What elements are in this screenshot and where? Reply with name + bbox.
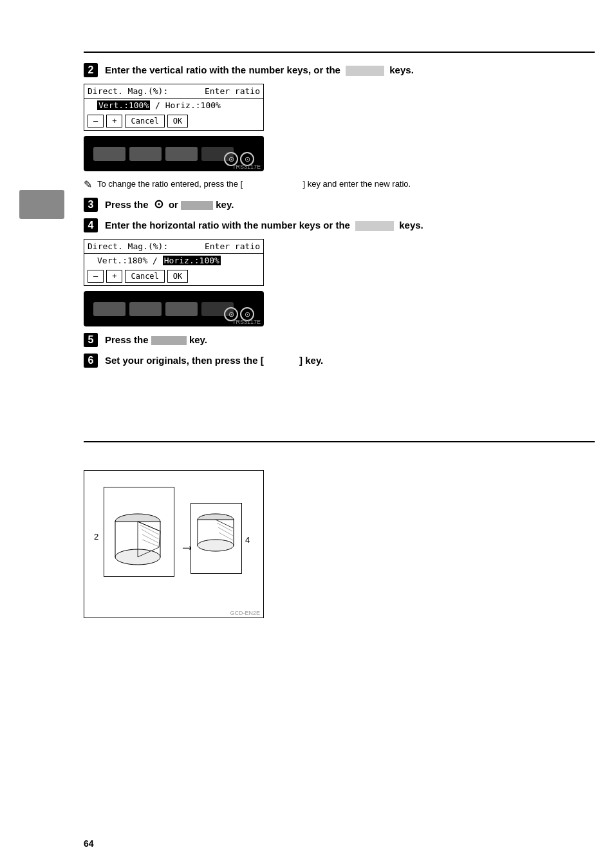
page-number: 64 [84, 838, 94, 849]
step5-row: 5 Press the key. [84, 333, 595, 347]
ctrl-btns-2 [84, 302, 234, 316]
step3-text: Press the ⊙ or key. [105, 197, 234, 211]
side-tab [19, 190, 64, 219]
lcd2-value-row: Vert.:180% / Horiz.:100% [84, 254, 263, 267]
lcd2-minus-btn[interactable]: — [88, 270, 104, 283]
lcd-title-row-1: Direct. Mag.(%): Enter ratio [84, 84, 263, 99]
top-rule [84, 52, 595, 53]
lcd1-separator: / [155, 100, 160, 110]
page-container: 2 Enter the vertical ratio with the numb… [0, 0, 614, 868]
lcd1-cancel-btn[interactable]: Cancel [125, 115, 164, 127]
step5-text-before: Press the [105, 334, 149, 345]
step2-keys-label: keys. [389, 64, 414, 75]
step3-or: or [169, 199, 178, 210]
note-text-after: ] key and enter the new ratio. [303, 179, 411, 189]
gcd-label: GCD-EN2E [230, 610, 260, 616]
step6-text-before: Set your originals, then press the [ [105, 355, 264, 366]
step3-text-before: Press the [105, 199, 149, 210]
lcd2-cancel-btn[interactable]: Cancel [125, 270, 164, 283]
keys-placeholder-2 [355, 221, 394, 231]
step6-number: 6 [84, 354, 98, 368]
step4-keys-label: keys. [399, 220, 423, 231]
trs-label-2: TRS3117E [232, 319, 261, 325]
step3-key-label: key. [216, 199, 234, 210]
lcd1-value-row: Vert.:100% / Horiz.:100% [84, 99, 263, 112]
step5-key-placeholder [151, 336, 187, 345]
step3-number: 3 [84, 198, 98, 212]
illus-inner-box1 [104, 487, 174, 577]
lcd1-buttons: — + Cancel OK [84, 112, 263, 130]
control-panel-2: ⊙ ⊙ TRS3117E [84, 291, 264, 326]
step2-header: 2 Enter the vertical ratio with the numb… [84, 63, 595, 77]
ctrl-btn-2b [129, 302, 162, 316]
lcd2-right-title: Enter ratio [205, 241, 260, 251]
step3-key-placeholder [181, 201, 213, 210]
step4-main-text: Enter the horizontal ratio with the numb… [105, 220, 350, 231]
step3-row: 3 Press the ⊙ or key. [84, 197, 595, 212]
lcd-title-row-2: Direct. Mag.(%): Enter ratio [84, 240, 263, 254]
note-text: To change the ratio entered, press the [… [97, 178, 411, 191]
step5-text: Press the key. [105, 334, 207, 345]
step4-row: 4 Enter the horizontal ratio with the nu… [84, 218, 595, 232]
lcd1-minus-btn[interactable]: — [88, 115, 104, 127]
step4-number: 4 [84, 218, 98, 232]
cylinder-svg-2 [193, 505, 238, 570]
illus-label-2: 2 [94, 532, 98, 542]
pencil-icon: ✎ [84, 178, 92, 191]
step3-arrow: ⊙ [154, 198, 163, 211]
mid-rule [84, 441, 595, 442]
note-text-before: To change the ratio entered, press the [ [97, 179, 243, 189]
step6-text-after: ] key. [299, 355, 323, 366]
control-panel-1: ⊙ ⊙ TRS3117E [84, 136, 264, 171]
ctrl-btn-2c [165, 302, 198, 316]
note-bracket-empty [245, 179, 301, 189]
step4-text: Enter the horizontal ratio with the numb… [105, 220, 423, 231]
lcd1-vert-value: Vert.:100% [97, 100, 150, 110]
illustration-section: 1 2 3 4 → [84, 457, 595, 631]
keys-placeholder-1 [346, 66, 384, 76]
svg-point-10 [198, 540, 234, 551]
ctrl-btn-1c [165, 147, 198, 161]
lcd1-plus-btn[interactable]: + [106, 115, 122, 127]
cylinder-svg-1 [107, 502, 169, 573]
step5-number: 5 [84, 333, 98, 347]
lcd1-right-title: Enter ratio [205, 86, 260, 96]
step6-text: Set your originals, then press the [ ] k… [105, 355, 323, 366]
lcd2-ok-btn[interactable]: OK [167, 270, 188, 283]
lcd2-horiz-value: Horiz.:100% [163, 256, 221, 265]
ctrl-btn-2a [93, 302, 126, 316]
ctrl-btn-1a [93, 147, 126, 161]
lcd2-title: Direct. Mag.(%): [88, 241, 168, 251]
lcd2-buttons: — + Cancel OK [84, 267, 263, 285]
lcd-panel-1: Direct. Mag.(%): Enter ratio Vert.:100% … [84, 84, 264, 131]
step2-main-text: Enter the vertical ratio with the number… [105, 64, 340, 75]
illustration-box: 1 2 3 4 → [84, 470, 264, 618]
step6-bracket-empty [266, 356, 297, 366]
step5-key-label: key. [189, 334, 207, 345]
lcd2-separator: / [153, 256, 163, 265]
lcd2-plus-btn[interactable]: + [106, 270, 122, 283]
note-section: ✎ To change the ratio entered, press the… [84, 178, 595, 191]
lcd-panel-2: Direct. Mag.(%): Enter ratio Vert.:180% … [84, 239, 264, 286]
step2-text: Enter the vertical ratio with the number… [105, 64, 414, 76]
lcd2-vert-value: Vert.:180% [97, 256, 147, 265]
illus-label-4: 4 [245, 535, 250, 545]
content-area: 2 Enter the vertical ratio with the numb… [84, 57, 595, 374]
lcd1-ok-btn[interactable]: OK [167, 115, 188, 127]
ctrl-btn-1b [129, 147, 162, 161]
illus-inner-box2 [191, 503, 242, 574]
step2-number: 2 [84, 63, 98, 77]
lcd1-title: Direct. Mag.(%): [88, 86, 168, 96]
ctrl-btns-1 [84, 147, 234, 161]
step6-row: 6 Set your originals, then press the [ ]… [84, 354, 595, 368]
lcd1-horiz-value: Horiz.:100% [165, 100, 221, 110]
trs-label-1: TRS3117E [232, 164, 261, 170]
